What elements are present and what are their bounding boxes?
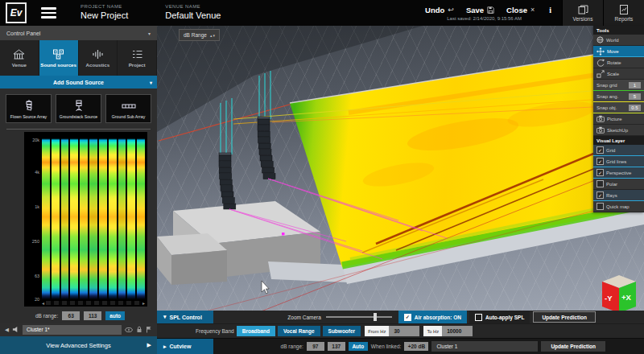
prev-cluster-icon[interactable]: ◀ — [5, 327, 9, 333]
layer-polar-toggle[interactable]: Polar — [593, 179, 644, 190]
ev-logo[interactable]: Ev — [6, 2, 27, 23]
layer-grid-lines-toggle[interactable]: ✓Grid lines — [593, 156, 644, 167]
slider-handle[interactable] — [374, 313, 377, 321]
cutview-update-prediction-button[interactable]: Update Prediction — [541, 341, 605, 352]
chevron-down-icon: ▾ — [150, 80, 152, 85]
spl-control-row: ▾ SPL Control Zoom Camera ✓ Air absorpti… — [157, 311, 644, 323]
db-auto-button[interactable]: auto — [105, 311, 125, 320]
scroll-right-icon[interactable]: ▸ — [142, 300, 145, 306]
cluster-select[interactable]: Cluster 1* — [23, 325, 122, 335]
update-prediction-button[interactable]: Update Prediction — [533, 311, 596, 323]
add-sound-source-header[interactable]: Add Sound Source ▾ — [0, 76, 157, 88]
mouse-cursor — [262, 281, 269, 294]
undo-icon: ↩ — [448, 6, 454, 14]
chevron-right-icon: ▶ — [147, 342, 151, 348]
spectrogram-bar — [109, 134, 117, 299]
viewport-3d[interactable]: -Y +X ▾ SPL Control Zoom Camera ✓ Air ab… — [157, 26, 644, 354]
chevron-right-icon: ▸ — [163, 344, 167, 350]
spectrogram-scrollbar[interactable]: ◂ ▸ — [42, 299, 145, 307]
lock-icon[interactable] — [136, 326, 142, 333]
axis-gizmo[interactable]: -Y +X — [602, 275, 636, 313]
top-right-buttons: Versions Reports — [562, 0, 644, 26]
acoustics-icon — [92, 49, 104, 60]
cut-db-min-field[interactable]: 97 — [307, 342, 324, 351]
line-array-left[interactable] — [219, 153, 236, 209]
tool-sketchup[interactable]: SketchUp — [593, 125, 644, 136]
close-button[interactable]: Close× — [506, 6, 535, 14]
when-linked-field[interactable]: +20 dB — [404, 342, 428, 351]
tab-project[interactable]: Project — [118, 40, 157, 76]
spl-control-tab[interactable]: ▾ SPL Control — [157, 311, 213, 323]
auto-apply-spl-toggle[interactable]: Auto-apply SPL — [469, 311, 530, 323]
source-flown-array-button[interactable]: Flown Source Array — [6, 94, 52, 123]
db-min-field[interactable]: 63 — [62, 311, 80, 320]
camera-icon — [597, 115, 605, 122]
tool-rotate[interactable]: Rotate — [593, 57, 644, 68]
snap-angle-setting[interactable]: Snap ang.5 — [593, 91, 644, 102]
tool-move[interactable]: Move — [593, 46, 644, 57]
versions-button[interactable]: Versions — [562, 0, 603, 26]
top-bar: Ev PROJECT NAME New Project VENUE NAME D… — [0, 0, 644, 26]
control-panel: Control Panel ▾ Venue Sound sources Acou… — [0, 26, 157, 354]
tab-sound-sources[interactable]: Sound sources — [39, 40, 79, 76]
layer-perspective-toggle[interactable]: ✓Perspective — [593, 167, 644, 179]
tab-acoustics[interactable]: Acoustics — [79, 40, 118, 76]
source-groundstack-button[interactable]: Groundstack Source — [56, 94, 101, 123]
app-window: Ev PROJECT NAME New Project VENUE NAME D… — [0, 0, 644, 354]
visibility-icon[interactable] — [125, 327, 133, 333]
panel-tabs: Venue Sound sources Acoustics Project — [0, 40, 157, 76]
to-hz-group: To Hz 10000 — [423, 326, 473, 336]
cut-auto-button[interactable]: Auto — [349, 342, 368, 351]
control-panel-title: Control Panel — [6, 31, 40, 36]
to-hz-field[interactable]: 10000 — [442, 326, 473, 336]
band-subwoofer-button[interactable]: Subwoofer — [323, 326, 361, 336]
listener-point[interactable] — [282, 233, 285, 236]
snap-object-field[interactable]: 0.5 — [629, 105, 641, 111]
db-max-field[interactable]: 113 — [84, 311, 101, 320]
band-broadband-button[interactable]: Broadband — [237, 326, 275, 336]
layer-grid-toggle[interactable]: ✓Grid — [593, 145, 644, 156]
spectrogram-bar — [80, 134, 88, 299]
snap-angle-field[interactable]: 5 — [629, 93, 641, 100]
snap-object-setting[interactable]: Snap obj.0.5 — [593, 102, 644, 113]
save-button[interactable]: Save — [466, 6, 494, 14]
from-hz-field[interactable]: 30 — [389, 326, 419, 336]
snap-grid-setting[interactable]: Snap grid1 — [593, 80, 644, 91]
from-hz-group: From Hz 30 — [365, 326, 419, 336]
reports-button[interactable]: Reports — [603, 0, 644, 26]
venue-name-value[interactable]: Default Venue — [165, 10, 221, 22]
versions-icon — [578, 5, 588, 14]
zoom-camera-slider[interactable] — [326, 316, 392, 318]
spectrogram-bar — [70, 134, 78, 299]
control-panel-header[interactable]: Control Panel ▾ — [0, 26, 157, 40]
venue-icon — [13, 49, 25, 60]
layer-rays-toggle[interactable]: ✓Rays — [593, 190, 644, 201]
tool-picture[interactable]: Picture — [593, 113, 644, 125]
cutview-cluster-select[interactable]: Cluster 1 — [431, 341, 538, 352]
db-range-chip[interactable]: dB Range ▴▾ — [179, 29, 220, 41]
line-array-right[interactable] — [258, 117, 275, 179]
layer-quick-map-toggle[interactable]: Quick map — [593, 201, 644, 212]
project-name-value[interactable]: New Project — [80, 10, 128, 22]
scrollbar-track[interactable] — [46, 301, 141, 305]
tab-venue[interactable]: Venue — [0, 40, 39, 76]
snap-grid-field[interactable]: 1 — [629, 82, 641, 88]
tool-world[interactable]: World — [593, 35, 644, 46]
frequency-tick-label: 20 — [35, 297, 39, 302]
cut-db-range-label: dB range: — [281, 344, 303, 349]
last-saved-text: Last saved: 2/14/2020, 9:15:56 AM — [447, 16, 522, 21]
cutview-tab[interactable]: ▸ Cutview — [157, 339, 213, 354]
flag-icon[interactable] — [146, 326, 152, 333]
band-vocal-range-button[interactable]: Vocal Range — [278, 326, 320, 336]
sound-sources-icon — [52, 49, 64, 60]
checkbox-checked-icon: ✓ — [597, 158, 604, 165]
cut-db-max-field[interactable]: 137 — [328, 342, 345, 351]
view-advanced-settings-button[interactable]: View Advanced Settings ▶ — [0, 336, 157, 354]
source-ground-sub-array-button[interactable]: Ground Sub Array — [105, 94, 151, 123]
info-button[interactable]: i — [547, 6, 554, 14]
hamburger-menu-icon[interactable] — [41, 7, 56, 19]
air-absorption-toggle[interactable]: ✓ Air absorption: ON — [398, 311, 467, 323]
scroll-left-icon[interactable]: ◂ — [42, 300, 44, 306]
undo-button[interactable]: Undo↩ — [425, 6, 454, 14]
tool-scale[interactable]: Scale — [593, 68, 644, 80]
